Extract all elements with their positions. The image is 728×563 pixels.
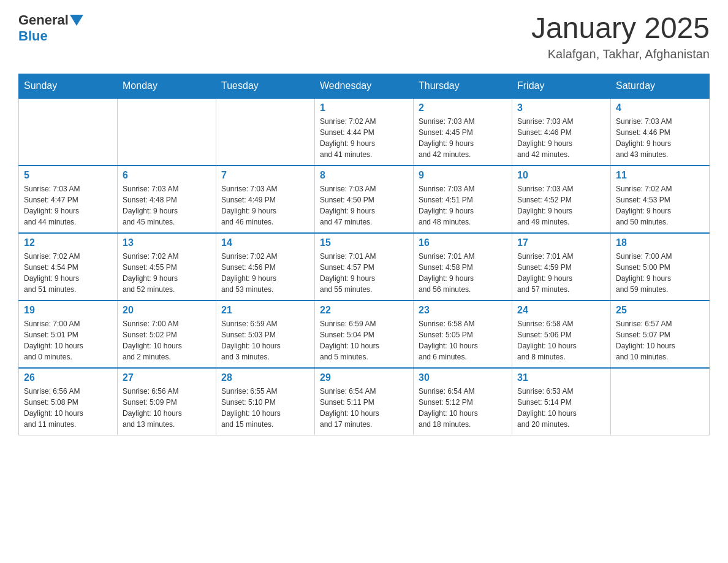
day-info: Sunrise: 7:00 AM Sunset: 5:00 PM Dayligh… [616,251,704,295]
day-number: 25 [616,305,704,316]
day-info: Sunrise: 7:00 AM Sunset: 5:01 PM Dayligh… [24,318,112,362]
day-info: Sunrise: 7:03 AM Sunset: 4:52 PM Dayligh… [517,183,605,228]
day-info: Sunrise: 7:01 AM Sunset: 4:57 PM Dayligh… [320,251,408,295]
week-row-5: 26Sunrise: 6:56 AM Sunset: 5:08 PM Dayli… [19,368,710,435]
day-info: Sunrise: 7:03 AM Sunset: 4:47 PM Dayligh… [24,183,112,228]
day-info: Sunrise: 6:58 AM Sunset: 5:06 PM Dayligh… [517,318,605,362]
day-cell: 18Sunrise: 7:00 AM Sunset: 5:00 PM Dayli… [611,233,710,301]
day-cell: 31Sunrise: 6:53 AM Sunset: 5:14 PM Dayli… [512,368,611,435]
day-number: 19 [24,305,112,316]
day-number: 9 [419,170,507,181]
day-info: Sunrise: 6:56 AM Sunset: 5:09 PM Dayligh… [123,386,211,430]
day-info: Sunrise: 7:02 AM Sunset: 4:44 PM Dayligh… [320,116,408,160]
day-number: 8 [320,170,408,181]
day-info: Sunrise: 6:56 AM Sunset: 5:08 PM Dayligh… [24,386,112,430]
day-number: 15 [320,237,408,248]
day-cell: 28Sunrise: 6:55 AM Sunset: 5:10 PM Dayli… [216,368,315,435]
day-cell: 19Sunrise: 7:00 AM Sunset: 5:01 PM Dayli… [19,301,118,368]
day-info: Sunrise: 7:03 AM Sunset: 4:48 PM Dayligh… [123,183,211,228]
day-cell [118,98,216,166]
day-info: Sunrise: 7:01 AM Sunset: 4:58 PM Dayligh… [419,251,507,295]
day-info: Sunrise: 7:02 AM Sunset: 4:54 PM Dayligh… [24,251,112,295]
day-cell: 20Sunrise: 7:00 AM Sunset: 5:02 PM Dayli… [118,301,216,368]
day-cell [216,98,315,166]
day-number: 27 [123,372,211,383]
week-row-3: 12Sunrise: 7:02 AM Sunset: 4:54 PM Dayli… [19,233,710,301]
header-friday: Friday [512,74,611,98]
day-number: 20 [123,305,211,316]
day-number: 3 [517,102,605,113]
day-number: 18 [616,237,704,248]
header-tuesday: Tuesday [216,74,315,98]
day-number: 1 [320,102,408,113]
day-info: Sunrise: 7:00 AM Sunset: 5:02 PM Dayligh… [123,318,211,362]
day-info: Sunrise: 7:02 AM Sunset: 4:55 PM Dayligh… [123,251,211,295]
header-sunday: Sunday [19,74,118,98]
svg-marker-0 [70,15,83,26]
day-number: 28 [221,372,309,383]
day-info: Sunrise: 6:59 AM Sunset: 5:04 PM Dayligh… [320,318,408,362]
calendar-title: January 2025 [531,12,710,45]
day-number: 24 [517,305,605,316]
week-row-4: 19Sunrise: 7:00 AM Sunset: 5:01 PM Dayli… [19,301,710,368]
page-header: General Blue January 2025 Kalafgan, Takh… [18,12,710,61]
day-number: 16 [419,237,507,248]
day-cell: 26Sunrise: 6:56 AM Sunset: 5:08 PM Dayli… [19,368,118,435]
day-number: 5 [24,170,112,181]
day-info: Sunrise: 7:02 AM Sunset: 4:53 PM Dayligh… [616,183,704,228]
day-info: Sunrise: 7:01 AM Sunset: 4:59 PM Dayligh… [517,251,605,295]
day-cell: 29Sunrise: 6:54 AM Sunset: 5:11 PM Dayli… [315,368,414,435]
day-cell [611,368,710,435]
logo-triangle-icon [70,15,83,26]
calendar-header-row: SundayMondayTuesdayWednesdayThursdayFrid… [19,74,710,98]
day-cell: 30Sunrise: 6:54 AM Sunset: 5:12 PM Dayli… [414,368,512,435]
day-info: Sunrise: 7:03 AM Sunset: 4:50 PM Dayligh… [320,183,408,228]
logo-general: General [18,12,69,28]
day-cell: 24Sunrise: 6:58 AM Sunset: 5:06 PM Dayli… [512,301,611,368]
day-number: 11 [616,170,704,181]
day-number: 12 [24,237,112,248]
calendar-table: SundayMondayTuesdayWednesdayThursdayFrid… [18,74,710,436]
day-number: 10 [517,170,605,181]
day-cell: 16Sunrise: 7:01 AM Sunset: 4:58 PM Dayli… [414,233,512,301]
calendar-subtitle: Kalafgan, Takhar, Afghanistan [531,47,710,61]
day-cell: 12Sunrise: 7:02 AM Sunset: 4:54 PM Dayli… [19,233,118,301]
day-number: 17 [517,237,605,248]
day-cell: 3Sunrise: 7:03 AM Sunset: 4:46 PM Daylig… [512,98,611,166]
day-number: 2 [419,102,507,113]
day-cell: 13Sunrise: 7:02 AM Sunset: 4:55 PM Dayli… [118,233,216,301]
day-number: 26 [24,372,112,383]
day-cell: 8Sunrise: 7:03 AM Sunset: 4:50 PM Daylig… [315,166,414,233]
logo: General Blue [18,12,83,44]
title-block: January 2025 Kalafgan, Takhar, Afghanist… [531,12,710,61]
header-saturday: Saturday [611,74,710,98]
week-row-2: 5Sunrise: 7:03 AM Sunset: 4:47 PM Daylig… [19,166,710,233]
day-cell: 25Sunrise: 6:57 AM Sunset: 5:07 PM Dayli… [611,301,710,368]
day-info: Sunrise: 6:57 AM Sunset: 5:07 PM Dayligh… [616,318,704,362]
day-number: 4 [616,102,704,113]
day-number: 6 [123,170,211,181]
day-info: Sunrise: 7:03 AM Sunset: 4:46 PM Dayligh… [517,116,605,160]
day-number: 22 [320,305,408,316]
day-info: Sunrise: 7:03 AM Sunset: 4:51 PM Dayligh… [419,183,507,228]
day-number: 31 [517,372,605,383]
day-info: Sunrise: 7:03 AM Sunset: 4:45 PM Dayligh… [419,116,507,160]
day-cell: 11Sunrise: 7:02 AM Sunset: 4:53 PM Dayli… [611,166,710,233]
day-number: 29 [320,372,408,383]
week-row-1: 1Sunrise: 7:02 AM Sunset: 4:44 PM Daylig… [19,98,710,166]
day-cell: 23Sunrise: 6:58 AM Sunset: 5:05 PM Dayli… [414,301,512,368]
day-info: Sunrise: 6:54 AM Sunset: 5:12 PM Dayligh… [419,386,507,430]
logo-blue-text: Blue [18,28,48,44]
day-number: 14 [221,237,309,248]
day-cell: 10Sunrise: 7:03 AM Sunset: 4:52 PM Dayli… [512,166,611,233]
header-wednesday: Wednesday [315,74,414,98]
day-info: Sunrise: 6:55 AM Sunset: 5:10 PM Dayligh… [221,386,309,430]
day-cell: 17Sunrise: 7:01 AM Sunset: 4:59 PM Dayli… [512,233,611,301]
header-thursday: Thursday [414,74,512,98]
day-info: Sunrise: 6:54 AM Sunset: 5:11 PM Dayligh… [320,386,408,430]
day-cell: 1Sunrise: 7:02 AM Sunset: 4:44 PM Daylig… [315,98,414,166]
day-number: 21 [221,305,309,316]
day-cell: 14Sunrise: 7:02 AM Sunset: 4:56 PM Dayli… [216,233,315,301]
day-info: Sunrise: 6:58 AM Sunset: 5:05 PM Dayligh… [419,318,507,362]
day-cell: 15Sunrise: 7:01 AM Sunset: 4:57 PM Dayli… [315,233,414,301]
